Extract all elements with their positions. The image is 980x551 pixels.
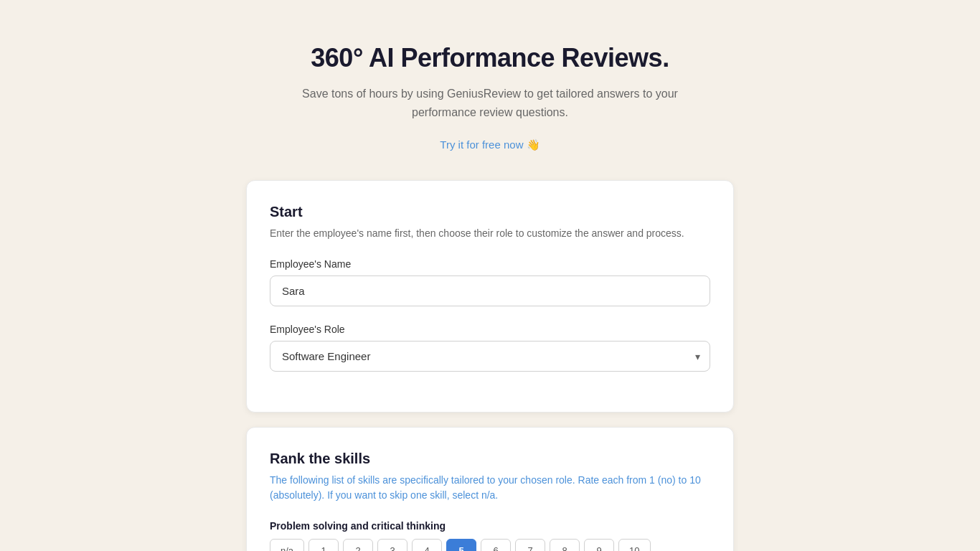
employee-name-label: Employee's Name (270, 258, 710, 270)
hero-title: 360° AI Performance Reviews. (275, 43, 705, 73)
employee-name-input[interactable] (270, 276, 710, 306)
skill-btn-na[interactable]: n/a (270, 539, 304, 551)
skill-btn-9[interactable]: 9 (584, 539, 614, 551)
skill-btn-7[interactable]: 7 (515, 539, 545, 551)
rank-description-highlight: The following list of skills are specifi… (270, 474, 701, 501)
skill-buttons-problem-solving: n/a 1 2 3 4 5 6 7 8 9 10 (270, 539, 710, 551)
skill-btn-8[interactable]: 8 (550, 539, 580, 551)
employee-role-select[interactable]: Software Engineer Product Manager Design… (270, 341, 710, 372)
employee-role-group: Employee's Role Software Engineer Produc… (270, 324, 710, 372)
skill-btn-1[interactable]: 1 (308, 539, 339, 551)
hero-cta-link[interactable]: Try it for free now 👋 (440, 138, 540, 151)
hero-subtitle: Save tons of hours by using GeniusReview… (275, 85, 705, 121)
rank-card-title: Rank the skills (270, 451, 710, 467)
rank-card-description: The following list of skills are specifi… (270, 473, 710, 503)
employee-role-label: Employee's Role (270, 324, 710, 335)
hero-section: 360° AI Performance Reviews. Save tons o… (275, 43, 705, 151)
page-wrapper: 360° AI Performance Reviews. Save tons o… (0, 0, 980, 551)
skill-label-problem-solving: Problem solving and critical thinking (270, 520, 710, 532)
start-card-title: Start (270, 204, 710, 220)
rank-card: Rank the skills The following list of sk… (246, 427, 734, 551)
skill-btn-10[interactable]: 10 (618, 539, 650, 551)
skill-btn-5[interactable]: 5 (446, 539, 476, 551)
employee-name-group: Employee's Name (270, 258, 710, 306)
start-card: Start Enter the employee's name first, t… (246, 180, 734, 413)
start-card-description: Enter the employee's name first, then ch… (270, 226, 710, 241)
skill-btn-4[interactable]: 4 (412, 539, 442, 551)
skill-btn-3[interactable]: 3 (377, 539, 407, 551)
skill-btn-2[interactable]: 2 (343, 539, 373, 551)
employee-role-select-wrapper: Software Engineer Product Manager Design… (270, 341, 710, 372)
skill-btn-6[interactable]: 6 (481, 539, 511, 551)
skill-group-problem-solving: Problem solving and critical thinking n/… (270, 520, 710, 551)
